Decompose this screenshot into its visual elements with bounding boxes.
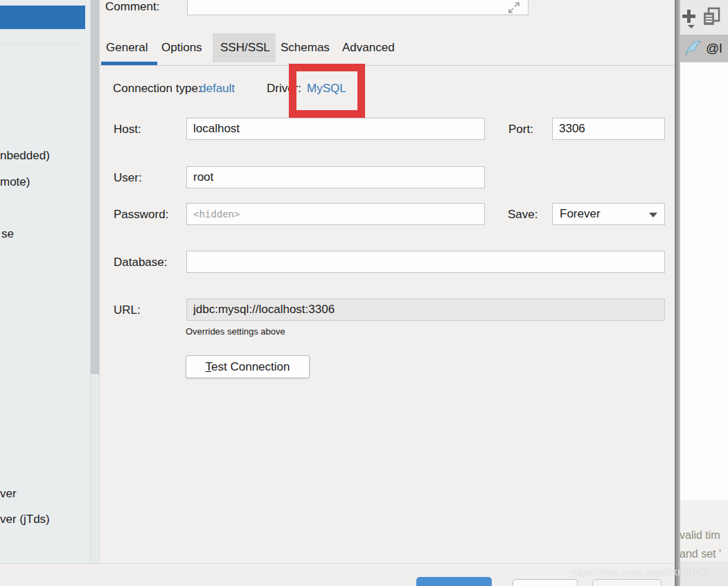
password-input[interactable]	[186, 203, 485, 225]
sidebar-selected-item[interactable]	[0, 6, 85, 29]
expand-field-icon[interactable]	[508, 1, 520, 14]
save-dropdown[interactable]: Forever	[552, 203, 665, 225]
comment-input[interactable]	[187, 0, 529, 15]
data-sources-dialog: nbedded) mote) se ver ver (jTds) Comment…	[0, 0, 728, 586]
user-input[interactable]	[186, 166, 485, 188]
url-input[interactable]	[186, 299, 665, 321]
driver-list-sidebar: nbedded) mote) se ver ver (jTds)	[0, 0, 90, 563]
driver-label: Driver:	[267, 81, 301, 96]
database-input[interactable]	[186, 251, 665, 273]
database-tool-window: @l valid tim and set '	[680, 0, 728, 586]
test-connection-button[interactable]: Test Connection	[186, 355, 310, 378]
driver-link[interactable]: MySQL	[307, 81, 346, 96]
mysql-dolphin-icon	[684, 39, 703, 58]
add-data-source-icon[interactable]	[682, 8, 700, 29]
list-item[interactable]: se	[1, 227, 14, 242]
save-label: Save:	[508, 207, 538, 222]
list-item[interactable]: nbedded)	[0, 148, 50, 163]
tab-schemas[interactable]: Schemas	[281, 40, 330, 55]
tabbar-border	[100, 65, 675, 66]
tab-options[interactable]: Options	[161, 40, 202, 55]
connection-type-label: Connection type:	[113, 81, 202, 96]
port-input[interactable]	[552, 118, 665, 140]
warning-text-line1: valid tim	[680, 528, 720, 542]
right-panel-footer	[680, 561, 728, 586]
datasource-list-item[interactable]: @l	[680, 35, 728, 62]
connection-type-link[interactable]: default	[199, 81, 235, 96]
host-input[interactable]	[186, 118, 485, 140]
footer-secondary-button[interactable]	[513, 579, 578, 586]
warning-text-line2: and set '	[680, 547, 721, 561]
chevron-down-icon	[649, 213, 657, 217]
tab-general[interactable]: General	[106, 40, 148, 55]
dialog-edge-shadow	[675, 0, 680, 586]
url-hint: Overrides settings above	[186, 326, 285, 337]
port-label: Port:	[508, 122, 533, 137]
duplicate-icon[interactable]	[702, 7, 721, 28]
database-toolbar	[680, 0, 728, 35]
user-label: User:	[114, 170, 142, 186]
list-item[interactable]: ver	[0, 486, 17, 501]
datasource-name: @l	[706, 41, 722, 56]
host-label: Host:	[114, 122, 141, 137]
database-label: Database:	[114, 255, 168, 270]
comment-label: Comment:	[105, 0, 159, 15]
tab-sshssl[interactable]: SSH/SSL	[220, 40, 270, 55]
url-label: URL:	[114, 303, 141, 318]
footer-tertiary-button[interactable]	[592, 579, 662, 586]
password-label: Password:	[114, 207, 168, 222]
list-item[interactable]: mote)	[0, 175, 30, 190]
sidebar-divider	[0, 44, 85, 45]
list-item[interactable]: ver (jTds)	[0, 512, 50, 527]
test-connection-mnemonic: T	[206, 360, 212, 373]
save-dropdown-value: Forever	[560, 207, 601, 221]
footer-primary-button[interactable]	[416, 577, 492, 586]
test-connection-label: est Connection	[211, 360, 290, 373]
tab-advanced[interactable]: Advanced	[342, 40, 395, 55]
